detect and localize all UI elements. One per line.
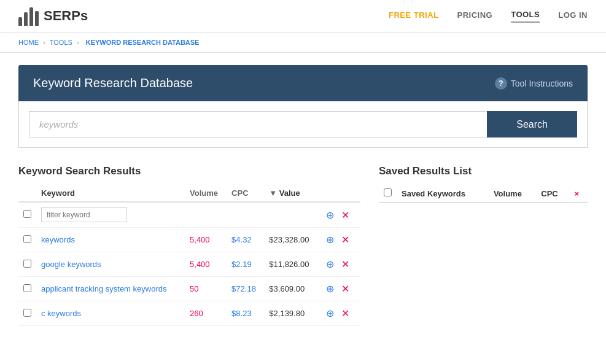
breadcrumb-tools[interactable]: TOOLS	[50, 39, 72, 46]
keyword-link[interactable]: c keywords	[41, 309, 81, 318]
filter-input[interactable]	[41, 207, 127, 222]
instructions-label: Tool Instructions	[511, 79, 573, 88]
tool-banner: Keyword Research Database ? Tool Instruc…	[18, 65, 588, 101]
row-remove-btn[interactable]: ✕	[339, 257, 352, 271]
keyword-link[interactable]: google keywords	[41, 260, 101, 269]
cpc-val: $2.19	[227, 252, 264, 277]
filter-add-btn[interactable]: ⊕	[324, 208, 336, 222]
logo-bar-1	[18, 17, 22, 26]
volume-val: 50	[185, 277, 227, 301]
saved-results-title: Saved Results List	[379, 165, 588, 177]
nav-item-free-trial[interactable]: FREE TRIAL	[389, 10, 439, 22]
logo-icon	[18, 6, 39, 26]
nav-item-pricing[interactable]: PRICING	[457, 10, 493, 22]
filter-value-cell	[264, 202, 319, 228]
value-val: $11,826.00	[264, 252, 319, 277]
row-add-btn[interactable]: ⊕	[324, 306, 336, 320]
col-volume-header: Volume	[185, 185, 227, 202]
saved-col-keywords: Saved Keywords	[397, 185, 489, 203]
results-area: Keyword Search Results Keyword Volume CP…	[18, 165, 588, 326]
table-row: google keywords 5,400 $2.19 $11,826.00 ⊕…	[18, 252, 360, 277]
row-checkbox[interactable]	[23, 260, 31, 268]
table-row: applicant tracking system keywords 50 $7…	[18, 277, 360, 301]
col-cpc-header: CPC	[227, 185, 264, 202]
saved-results-table: Saved Keywords Volume CPC ×	[379, 185, 588, 203]
value-val: $2,139.80	[264, 301, 319, 326]
breadcrumb: HOME › TOOLS › KEYWORD RESEARCH DATABASE	[0, 33, 606, 53]
header: SERPs FREE TRIAL PRICING TOOLS LOG IN	[0, 0, 606, 33]
nav-item-login[interactable]: LOG IN	[558, 10, 588, 22]
saved-col-close[interactable]: ×	[570, 185, 588, 203]
filter-checkbox-cell	[18, 202, 36, 228]
keyword-results-title: Keyword Search Results	[18, 165, 360, 177]
saved-col-checkbox	[379, 185, 397, 203]
sort-indicator: ▼	[269, 188, 277, 198]
breadcrumb-home[interactable]: HOME	[18, 39, 39, 46]
row-add-btn[interactable]: ⊕	[324, 257, 336, 271]
row-checkbox[interactable]	[23, 284, 31, 292]
table-row: c keywords 260 $8.23 $2,139.80 ⊕ ✕	[18, 301, 360, 326]
value-header-text: Value	[279, 188, 300, 198]
breadcrumb-sep-2: ›	[77, 39, 81, 46]
tool-instructions[interactable]: ? Tool Instructions	[495, 77, 573, 90]
col-keyword-header: Keyword	[36, 185, 185, 202]
logo-bar-3	[29, 7, 33, 26]
cpc-val: $8.23	[227, 301, 264, 326]
filter-remove-btn[interactable]: ✕	[339, 208, 352, 222]
help-icon: ?	[495, 77, 507, 90]
col-actions-header	[319, 185, 360, 202]
filter-checkbox[interactable]	[23, 210, 31, 218]
row-remove-btn[interactable]: ✕	[339, 306, 352, 320]
search-button[interactable]: Search	[487, 111, 577, 137]
row-remove-btn[interactable]: ✕	[339, 282, 352, 296]
search-section: Search	[18, 101, 588, 148]
value-val: $3,609.00	[264, 277, 319, 301]
table-header-row: Keyword Volume CPC ▼ Value	[18, 185, 360, 202]
volume-val: 5,400	[185, 252, 227, 277]
col-checkbox	[18, 185, 36, 202]
saved-col-cpc: CPC	[536, 185, 569, 203]
main-nav: FREE TRIAL PRICING TOOLS LOG IN	[389, 10, 588, 23]
keyword-link[interactable]: keywords	[41, 235, 75, 244]
breadcrumb-sep-1: ›	[43, 39, 47, 46]
saved-header-row: Saved Keywords Volume CPC ×	[379, 185, 588, 203]
tool-title: Keyword Research Database	[33, 76, 193, 90]
col-value-header: ▼ Value	[264, 185, 319, 202]
breadcrumb-current: KEYWORD RESEARCH DATABASE	[86, 39, 200, 46]
saved-col-volume: Volume	[489, 185, 536, 203]
filter-input-cell	[36, 202, 185, 228]
volume-val: 260	[185, 301, 227, 326]
value-val: $23,328.00	[264, 228, 319, 252]
keyword-results-table: Keyword Volume CPC ▼ Value	[18, 185, 360, 326]
filter-cpc-cell	[227, 202, 264, 228]
logo-bar-2	[24, 12, 28, 26]
saved-results: Saved Results List Saved Keywords Volume…	[379, 165, 588, 326]
volume-val: 5,400	[185, 228, 227, 252]
logo: SERPs	[18, 6, 88, 26]
filter-volume-cell	[185, 202, 227, 228]
main-content: Keyword Research Database ? Tool Instruc…	[0, 53, 606, 338]
row-add-btn[interactable]: ⊕	[324, 282, 336, 296]
search-input[interactable]	[29, 111, 487, 137]
filter-actions-cell: ⊕ ✕	[319, 202, 360, 228]
cpc-val: $4.32	[227, 228, 264, 252]
row-checkbox[interactable]	[23, 235, 31, 243]
logo-text: SERPs	[44, 8, 88, 24]
row-checkbox[interactable]	[23, 309, 31, 317]
keyword-link[interactable]: applicant tracking system keywords	[41, 284, 166, 293]
logo-bar-4	[35, 11, 39, 26]
keyword-results: Keyword Search Results Keyword Volume CP…	[18, 165, 360, 326]
filter-row: ⊕ ✕	[18, 202, 360, 228]
nav-item-tools[interactable]: TOOLS	[511, 10, 540, 23]
saved-header-checkbox[interactable]	[384, 188, 392, 196]
row-remove-btn[interactable]: ✕	[339, 233, 352, 247]
row-add-btn[interactable]: ⊕	[324, 233, 336, 247]
cpc-val: $72.18	[227, 277, 264, 301]
table-row: keywords 5,400 $4.32 $23,328.00 ⊕ ✕	[18, 228, 360, 252]
